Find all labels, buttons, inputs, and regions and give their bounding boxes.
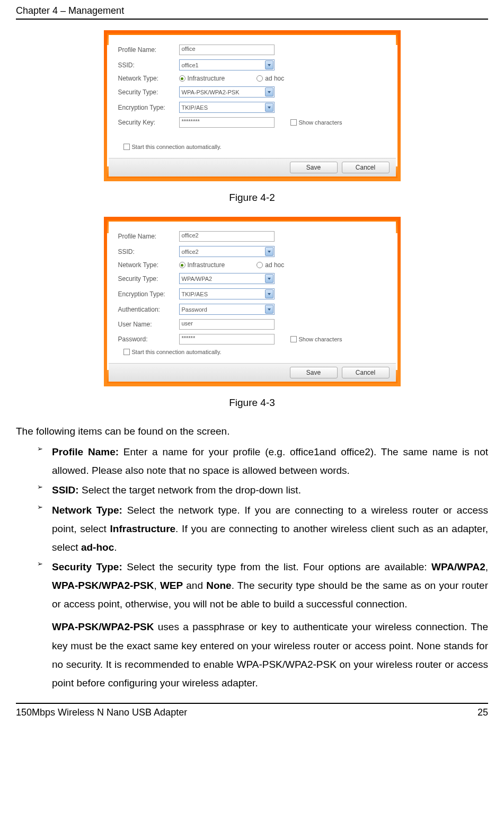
- bold-text: ad-hoc: [81, 542, 114, 553]
- radio-infra-label: Infrastructure: [188, 75, 225, 82]
- profile-name-input[interactable]: office: [179, 45, 275, 55]
- li-body: Select the target network from the drop-…: [82, 484, 301, 496]
- radio-adhoc-label: ad hoc: [265, 75, 284, 82]
- security-type-value: WPA-PSK/WPA2-PSK: [182, 89, 240, 95]
- chevron-down-icon[interactable]: [265, 305, 273, 314]
- encryption-type-value: TKIP/AES: [182, 291, 208, 297]
- radio-adhoc[interactable]: ad hoc: [257, 75, 284, 82]
- li-label: Security Type:: [52, 561, 127, 572]
- auto-connect-checkbox[interactable]: Start this connection automatically.: [123, 144, 222, 150]
- sep: ,: [485, 561, 488, 572]
- security-type-select[interactable]: WPA-PSK/WPA2-PSK: [179, 86, 275, 98]
- password-input[interactable]: ******: [179, 334, 275, 345]
- li-body: .: [114, 542, 117, 553]
- security-type-value: WPA/WPA2: [182, 276, 213, 282]
- chevron-down-icon[interactable]: [265, 247, 273, 256]
- chevron-down-icon[interactable]: [265, 60, 273, 69]
- profile-dialog-2: Profile Name: office2 SSID: office2 Netw…: [104, 217, 401, 386]
- authentication-value: Password: [182, 306, 207, 313]
- profile-name-label: Profile Name:: [118, 233, 179, 240]
- ssid-label: SSID:: [118, 61, 179, 69]
- show-chars-label: Show characters: [299, 119, 342, 126]
- list-item: Network Type: Select the network type. I…: [37, 501, 488, 557]
- sep: ,: [154, 580, 160, 591]
- radio-icon: [179, 262, 185, 268]
- encryption-type-label: Encryption Type:: [118, 290, 179, 298]
- li-label: SSID:: [52, 484, 82, 496]
- sep: and: [183, 580, 206, 591]
- radio-icon: [257, 262, 263, 268]
- network-type-label: Network Type:: [118, 261, 179, 269]
- radio-infrastructure[interactable]: Infrastructure: [179, 75, 225, 82]
- ssid-label: SSID:: [118, 248, 179, 255]
- user-name-label: User Name:: [118, 321, 179, 328]
- auto-connect-label: Start this connection automatically.: [132, 349, 222, 355]
- footer-product: 150Mbps Wireless N Nano USB Adapter: [16, 707, 187, 718]
- radio-icon: [257, 75, 263, 82]
- ssid-select[interactable]: office1: [179, 59, 275, 70]
- list-item: SSID: Select the target network from the…: [37, 481, 488, 499]
- page-number: 25: [478, 707, 488, 718]
- radio-infrastructure[interactable]: Infrastructure: [179, 261, 225, 269]
- list-item: Security Type: Select the security type …: [37, 558, 488, 613]
- li-label: Profile Name:: [52, 446, 123, 457]
- page-header: Chapter 4 – Management: [16, 5, 488, 20]
- figure-caption-43: Figure 4-3: [16, 397, 488, 409]
- checkbox-icon: [123, 349, 130, 355]
- cancel-button[interactable]: Cancel: [342, 162, 390, 173]
- checkbox-icon: [290, 119, 297, 126]
- authentication-label: Authentication:: [118, 306, 179, 313]
- bold-text: WPA-PSK/WPA2-PSK: [52, 580, 154, 591]
- li-body: Select the security type from the list. …: [127, 561, 431, 572]
- security-key-input[interactable]: ********: [179, 117, 275, 128]
- chevron-down-icon[interactable]: [265, 289, 273, 298]
- show-chars-label: Show characters: [299, 336, 342, 342]
- checkbox-icon: [123, 144, 130, 150]
- encryption-type-select[interactable]: TKIP/AES: [179, 288, 275, 299]
- sub-paragraph: WPA-PSK/WPA2-PSK uses a passphrase or ke…: [16, 617, 488, 692]
- bold-text: Infrastructure: [110, 523, 176, 534]
- show-characters-checkbox[interactable]: Show characters: [290, 336, 342, 342]
- encryption-type-label: Encryption Type:: [118, 104, 179, 111]
- encryption-type-select[interactable]: TKIP/AES: [179, 102, 275, 113]
- network-type-label: Network Type:: [118, 75, 179, 82]
- save-button[interactable]: Save: [290, 367, 338, 378]
- bold-text: None: [206, 580, 232, 591]
- security-type-label: Security Type:: [118, 275, 179, 283]
- auto-connect-checkbox[interactable]: Start this connection automatically.: [123, 349, 222, 355]
- profile-dialog-1: Profile Name: office SSID: office1 Netwo…: [104, 30, 401, 181]
- security-key-label: Security Key:: [118, 119, 179, 126]
- radio-adhoc-label: ad hoc: [265, 261, 284, 269]
- user-name-input[interactable]: user: [179, 319, 275, 330]
- figure-caption-42: Figure 4-2: [16, 192, 488, 204]
- checkbox-icon: [290, 336, 297, 342]
- security-type-select[interactable]: WPA/WPA2: [179, 273, 275, 284]
- cancel-button[interactable]: Cancel: [342, 367, 390, 378]
- intro-text: The following items can be found on the …: [16, 422, 488, 440]
- auto-connect-label: Start this connection automatically.: [132, 144, 222, 150]
- ssid-value: office1: [182, 62, 199, 68]
- chevron-down-icon[interactable]: [265, 103, 273, 112]
- bold-text: WEP: [160, 580, 183, 591]
- authentication-select[interactable]: Password: [179, 304, 275, 315]
- profile-name-input[interactable]: office2: [179, 231, 275, 242]
- bold-text: WPA-PSK/WPA2-PSK: [52, 621, 154, 632]
- list-item: Profile Name: Enter a name for your prof…: [37, 443, 488, 480]
- li-label: Network Type:: [52, 505, 127, 516]
- profile-name-label: Profile Name:: [118, 46, 179, 54]
- ssid-select[interactable]: office2: [179, 246, 275, 257]
- radio-icon: [179, 75, 185, 82]
- bold-text: WPA/WPA2: [431, 561, 485, 572]
- radio-infra-label: Infrastructure: [188, 261, 225, 269]
- radio-adhoc[interactable]: ad hoc: [257, 261, 284, 269]
- ssid-value: office2: [182, 249, 199, 255]
- chevron-down-icon[interactable]: [265, 274, 273, 283]
- show-characters-checkbox[interactable]: Show characters: [290, 119, 342, 126]
- chevron-down-icon[interactable]: [265, 87, 273, 96]
- save-button[interactable]: Save: [290, 162, 338, 173]
- encryption-type-value: TKIP/AES: [182, 104, 208, 111]
- security-type-label: Security Type:: [118, 89, 179, 96]
- password-label: Password:: [118, 336, 179, 343]
